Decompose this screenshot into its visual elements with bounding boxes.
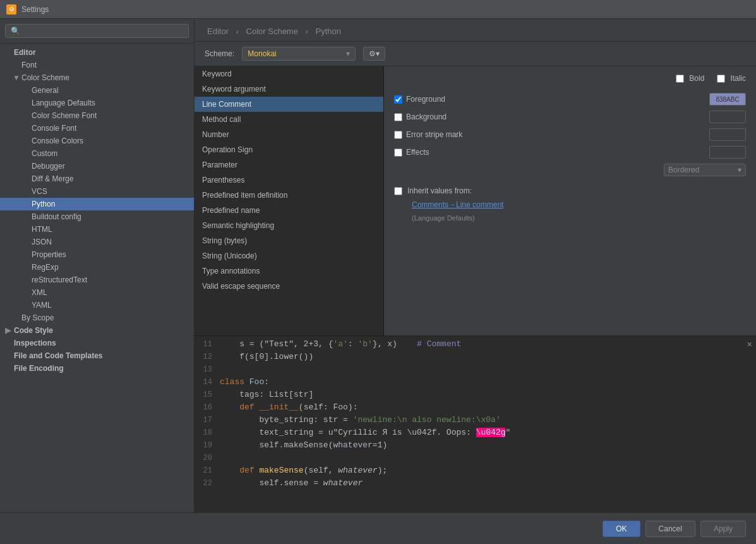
background-checkbox[interactable] — [394, 113, 402, 121]
line-number: 19 — [195, 441, 220, 450]
syntax-item-parameter[interactable]: Parameter — [195, 157, 383, 172]
syntax-item-methodcall[interactable]: Method call — [195, 112, 383, 127]
code-line: 18 text_string = u"Cyrillic Я is \u042f.… — [195, 427, 756, 440]
error-stripe-swatch[interactable] — [709, 128, 746, 141]
sidebar-item-label: YAML — [32, 301, 52, 310]
syntax-item-keyword[interactable]: Keyword — [195, 66, 383, 82]
sidebar-item-custom[interactable]: Custom — [0, 147, 194, 160]
breadcrumb: Editor › Color Scheme › Python — [195, 19, 756, 42]
syntax-item-typeannotations[interactable]: Type annotations — [195, 263, 383, 279]
line-number: 12 — [195, 353, 220, 361]
inherit-link[interactable]: Comments→Line comment — [412, 200, 503, 209]
sidebar-item-properties[interactable]: Properties — [0, 248, 194, 261]
inherit-link-row: Comments→Line comment — [412, 200, 746, 209]
italic-label: Italic — [730, 74, 746, 83]
syntax-item-operationsign[interactable]: Operation Sign — [195, 142, 383, 157]
effects-row: Effects — [394, 146, 746, 159]
sidebar-item-yaml[interactable]: YAML — [0, 299, 194, 311]
sidebar-item-label: Editor — [14, 48, 36, 57]
sidebar-item-colorscheme[interactable]: ▼ Color Scheme — [0, 71, 194, 84]
search-bar[interactable]: 🔍 — [0, 19, 194, 44]
syntax-item-keywordargument[interactable]: Keyword argument — [195, 82, 383, 97]
sidebar-item-byscope[interactable]: By Scope — [0, 311, 194, 324]
cancel-button[interactable]: Cancel — [645, 521, 695, 537]
apply-button[interactable]: Apply — [700, 521, 746, 537]
background-label: Background — [406, 112, 447, 121]
sidebar-item-colorschemefont[interactable]: Color Scheme Font — [0, 109, 194, 122]
sidebar-item-filecoding[interactable]: File Encoding — [0, 362, 194, 375]
effects-dropdown-arrow-icon: ▾ — [738, 166, 741, 174]
sidebar-item-consolecolors[interactable]: Console Colors — [0, 135, 194, 147]
error-stripe-left: Error stripe mark — [394, 130, 495, 139]
sidebar-tree: Editor Font▼ Color Scheme General Langua… — [0, 44, 194, 377]
sidebar-item-label: XML — [32, 288, 47, 297]
search-input[interactable] — [23, 27, 183, 35]
code-content: tags: List[str] — [220, 390, 756, 399]
code-line: 13 — [195, 364, 756, 377]
sidebar-item-label: Custom — [32, 149, 57, 158]
syntax-item-validescapesequence[interactable]: Valid escape sequence — [195, 279, 383, 294]
code-content: s = ("Test", 2+3, {'a': 'b'}, x) # Comme… — [220, 339, 756, 349]
background-row: Background — [394, 111, 746, 123]
line-number: 17 — [195, 416, 220, 425]
error-stripe-checkbox[interactable] — [394, 131, 402, 139]
sidebar-item-restructuredtext[interactable]: reStructuredText — [0, 274, 194, 286]
sidebar-item-regexp[interactable]: RegExp — [0, 261, 194, 274]
code-content: class Foo: — [220, 377, 756, 387]
background-swatch[interactable] — [709, 111, 746, 123]
effects-dropdown[interactable]: Bordered ▾ — [664, 164, 746, 176]
inherit-checkbox[interactable] — [394, 187, 402, 195]
effects-swatch[interactable] — [709, 146, 746, 159]
inherit-row: Inherit values from: — [394, 186, 746, 195]
sidebar-item-filecodetemplates[interactable]: File and Code Templates — [0, 349, 194, 362]
sidebar-item-label: Console Colors — [32, 136, 83, 145]
sidebar-item-consolefont[interactable]: Console Font — [0, 122, 194, 135]
syntax-item-string(bytes)[interactable]: String (bytes) — [195, 233, 383, 248]
bold-label: Bold — [689, 74, 704, 83]
syntax-item-predefineditemdefinition[interactable]: Predefined item definition — [195, 188, 383, 203]
foreground-checkbox[interactable] — [394, 95, 402, 104]
sidebar-item-general[interactable]: General — [0, 84, 194, 97]
line-number: 16 — [195, 403, 220, 412]
sidebar-item-label: Color Scheme — [21, 73, 69, 82]
bold-row: Bold — [676, 74, 704, 83]
preview-close-button[interactable]: ✕ — [747, 339, 752, 349]
scheme-value: Monokai — [248, 49, 276, 58]
syntax-item-predefinedname[interactable]: Predefined name — [195, 203, 383, 218]
sidebar-item-json[interactable]: JSON — [0, 236, 194, 248]
sidebar-item-languagedefaults[interactable]: Language Defaults — [0, 97, 194, 109]
sidebar-item-editor[interactable]: Editor — [0, 46, 194, 59]
sidebar-item-xml[interactable]: XML — [0, 286, 194, 299]
breadcrumb-sep1: › — [236, 27, 241, 36]
syntax-item-parentheses[interactable]: Parentheses — [195, 172, 383, 188]
italic-checkbox[interactable] — [717, 75, 725, 83]
gear-button[interactable]: ⚙▾ — [363, 47, 385, 61]
code-content: text_string = u"Cyrillic Я is \u042f. Oo… — [220, 428, 756, 437]
foreground-swatch[interactable]: 838ABC — [709, 93, 746, 106]
sidebar-item-inspections[interactable]: Inspections — [0, 337, 194, 349]
code-line: 15 tags: List[str] — [195, 389, 756, 402]
sidebar-item-python[interactable]: Python — [0, 198, 194, 210]
sidebar-item-font[interactable]: Font — [0, 59, 194, 71]
sidebar-item-codestyle[interactable]: ▶ Code Style — [0, 324, 194, 337]
syntax-item-string(unicode)[interactable]: String (Unicode) — [195, 248, 383, 263]
line-number: 20 — [195, 454, 220, 462]
syntax-item-linecomment[interactable]: Line Comment — [195, 97, 383, 112]
sidebar-item-html[interactable]: HTML — [0, 223, 194, 236]
sidebar-item-diffmerge[interactable]: Diff & Merge — [0, 172, 194, 185]
search-wrapper[interactable]: 🔍 — [5, 24, 189, 38]
breadcrumb-colorscheme: Color Scheme — [246, 27, 298, 36]
ok-button[interactable]: OK — [603, 521, 640, 537]
sidebar-item-vcs[interactable]: VCS — [0, 185, 194, 198]
bold-checkbox[interactable] — [676, 75, 684, 83]
scheme-dropdown[interactable]: Monokai ▾ — [242, 47, 356, 61]
options-panel: Bold Italic Foreground — [384, 66, 756, 335]
foreground-row: Foreground 838ABC — [394, 93, 746, 106]
sidebar-item-buildoutconfig[interactable]: Buildout config — [0, 210, 194, 223]
effects-checkbox[interactable] — [394, 148, 402, 157]
effects-label: Effects — [406, 148, 429, 157]
syntax-item-semantichighlighting[interactable]: Semantic highlighting — [195, 218, 383, 233]
syntax-item-number[interactable]: Number — [195, 127, 383, 142]
sidebar-item-debugger[interactable]: Debugger — [0, 160, 194, 172]
sidebar-item-label: RegExp — [32, 263, 59, 272]
